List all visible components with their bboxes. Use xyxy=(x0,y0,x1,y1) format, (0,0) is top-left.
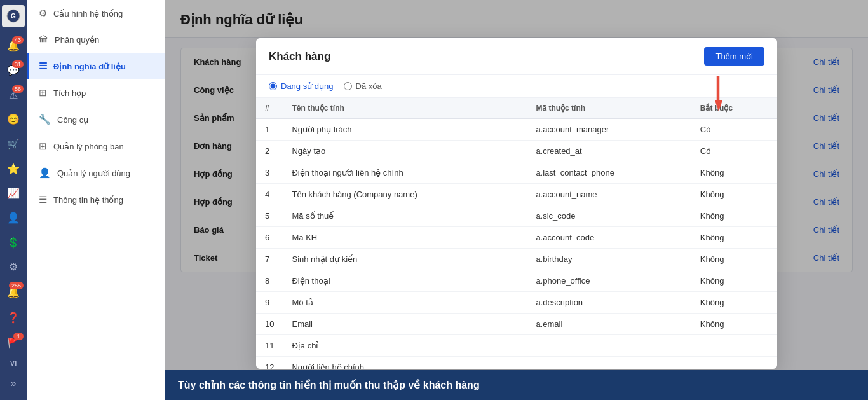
cell-code-3: a.account_name xyxy=(527,184,691,205)
main-area: Định nghĩa dữ liệu Khách hàng Định nghĩa… xyxy=(165,0,868,400)
message-badge: 31 xyxy=(12,60,24,68)
cell-required-4: Không xyxy=(691,205,777,227)
nav-settings[interactable]: ⚙ xyxy=(2,256,25,278)
cell-name-10: Địa chỉ xyxy=(283,335,527,357)
sidebar-label-phan-quyen: Phân quyền xyxy=(55,35,99,45)
cell-num-3: 4 xyxy=(256,184,283,205)
cell-num-10: 11 xyxy=(256,335,283,357)
modal-overlay: Khách hàng Thêm mới Đang sử dụng Đã xóa xyxy=(165,0,868,400)
table-row: 12 Người liên hệ chính xyxy=(256,357,777,369)
sidebar-item-nguoi-dung[interactable]: 👤 Quản lý người dùng xyxy=(27,160,165,186)
nav-person[interactable]: 👤 xyxy=(2,207,25,229)
cell-code-7: a.phone_office xyxy=(527,270,691,292)
sidebar-item-phan-quyen[interactable]: 🏛 Phân quyền xyxy=(27,27,165,53)
notification-badge: 43 xyxy=(12,36,24,44)
tab-dang-su-dung[interactable]: Đang sử dụng xyxy=(269,81,334,91)
cell-code-5: a.account_code xyxy=(527,227,691,249)
cell-num-0: 1 xyxy=(256,119,283,141)
cell-num-7: 8 xyxy=(256,270,283,292)
language-label[interactable]: VI xyxy=(10,357,17,369)
sidebar-label-tich-hop: Tích hợp xyxy=(53,88,86,98)
cell-num-2: 3 xyxy=(256,162,283,184)
nav-updates[interactable]: 🔔 255 xyxy=(2,280,25,303)
tab-da-xoa[interactable]: Đã xóa xyxy=(344,81,382,91)
nav-flag[interactable]: 🚩 1 xyxy=(2,331,25,354)
attributes-table: # Tên thuộc tính Mã thuộc tính Bắt buộc … xyxy=(256,98,777,369)
cell-required-10 xyxy=(691,335,777,357)
tooltip-text: Tùy chỉnh các thông tin hiển thị muốn th… xyxy=(178,380,480,390)
nav-expand[interactable]: » xyxy=(2,372,25,395)
nav-alerts[interactable]: ⚠ 56 xyxy=(2,84,25,106)
chart-icon: 📈 xyxy=(7,187,20,199)
sidebar-item-tich-hop[interactable]: ⊞ Tích hợp xyxy=(27,79,165,106)
nav-face[interactable]: 😊 xyxy=(2,109,25,131)
modal-title: Khách hàng xyxy=(269,50,330,63)
nav-dollar[interactable]: 💲 xyxy=(2,231,25,254)
cell-required-7: Không xyxy=(691,270,777,292)
tooltip-bar: Tùy chỉnh các thông tin hiển thị muốn th… xyxy=(165,370,868,400)
sidebar-item-cau-hinh[interactable]: ⚙ Cấu hình hệ thống xyxy=(27,0,165,27)
cell-required-1: Có xyxy=(691,141,777,162)
table-row: 5 Mã số thuế a.sic_code Không xyxy=(256,205,777,227)
cell-num-5: 6 xyxy=(256,227,283,249)
sidebar-item-phong-ban[interactable]: ⊞ Quản lý phòng ban xyxy=(27,133,165,160)
table-row: 1 Người phụ trách a.account_manager Có xyxy=(256,119,777,141)
sidebar-item-dinh-nghia[interactable]: ☰ Định nghĩa dữ liệu xyxy=(27,53,165,79)
modal-table-container: # Tên thuộc tính Mã thuộc tính Bắt buộc … xyxy=(256,98,777,369)
cell-num-6: 7 xyxy=(256,249,283,270)
tab-radio-deleted[interactable] xyxy=(344,82,352,90)
integration-icon: ⊞ xyxy=(39,87,47,99)
dollar-icon: 💲 xyxy=(7,237,20,249)
sidebar-label-dinh-nghia: Định nghĩa dữ liệu xyxy=(53,62,126,71)
cell-code-10 xyxy=(527,335,691,357)
cell-required-3: Không xyxy=(691,184,777,205)
star-icon: ⭐ xyxy=(7,163,20,175)
sidebar-item-thong-tin[interactable]: ☰ Thông tin hệ thống xyxy=(27,186,165,213)
modal-header: Khách hàng Thêm mới xyxy=(256,38,777,75)
cell-num-9: 10 xyxy=(256,314,283,335)
tab-radio-active[interactable] xyxy=(269,82,277,90)
cell-name-11: Người liên hệ chính xyxy=(283,357,527,369)
cell-name-9: Email xyxy=(283,314,527,335)
col-header-num: # xyxy=(256,98,283,119)
cell-num-8: 9 xyxy=(256,292,283,314)
tool-icon: 🔧 xyxy=(39,114,51,125)
cell-code-4: a.sic_code xyxy=(527,205,691,227)
cell-name-1: Ngày tạo xyxy=(283,141,527,162)
sidebar-item-cong-cu[interactable]: 🔧 Công cụ xyxy=(27,106,165,133)
nav-chart[interactable]: 📈 xyxy=(2,182,25,204)
table-row: 9 Mô tả a.description Không xyxy=(256,292,777,314)
cell-required-5: Không xyxy=(691,227,777,249)
cell-name-7: Điện thoại xyxy=(283,270,527,292)
user-icon: 👤 xyxy=(39,167,51,179)
tab-label-active: Đang sử dụng xyxy=(281,81,334,91)
sidebar-label-thong-tin: Thông tin hệ thống xyxy=(53,195,123,205)
table-row: 6 Mã KH a.account_code Không xyxy=(256,227,777,249)
cell-code-2: a.last_contact_phone xyxy=(527,162,691,184)
nav-cart[interactable]: 🛒 xyxy=(2,133,25,155)
icon-bar-bottom: 🔔 255 ❓ 🚩 1 VI » xyxy=(2,280,25,400)
cell-name-2: Điện thoại người liên hệ chính xyxy=(283,162,527,184)
cell-num-4: 5 xyxy=(256,205,283,227)
sidebar-label-phong-ban: Quản lý phòng ban xyxy=(53,142,124,151)
nav-star[interactable]: ⭐ xyxy=(2,158,25,180)
table-row: 3 Điện thoại người liên hệ chính a.last_… xyxy=(256,162,777,184)
sidebar-label-cau-hinh: Cấu hình hệ thống xyxy=(53,9,123,18)
col-header-code: Mã thuộc tính xyxy=(527,98,691,119)
cell-required-6: Không xyxy=(691,249,777,270)
nav-messages[interactable]: 💬 31 xyxy=(2,59,25,81)
cell-name-8: Mô tả xyxy=(283,292,527,314)
nav-notifications[interactable]: 🔔 43 xyxy=(2,35,25,57)
app-logo: G xyxy=(2,5,25,27)
nav-question[interactable]: ❓ xyxy=(2,306,25,329)
alerts-badge: 56 xyxy=(12,85,24,93)
cell-code-8: a.description xyxy=(527,292,691,314)
phan-quyen-icon: 🏛 xyxy=(39,34,48,45)
info-icon: ☰ xyxy=(39,194,47,205)
cell-num-1: 2 xyxy=(256,141,283,162)
settings-icon: ⚙ xyxy=(9,261,18,273)
add-new-button[interactable]: Thêm mới xyxy=(704,47,764,66)
table-header-row: # Tên thuộc tính Mã thuộc tính Bắt buộc xyxy=(256,98,777,119)
cell-required-9: Không xyxy=(691,314,777,335)
person-icon: 👤 xyxy=(7,212,20,224)
